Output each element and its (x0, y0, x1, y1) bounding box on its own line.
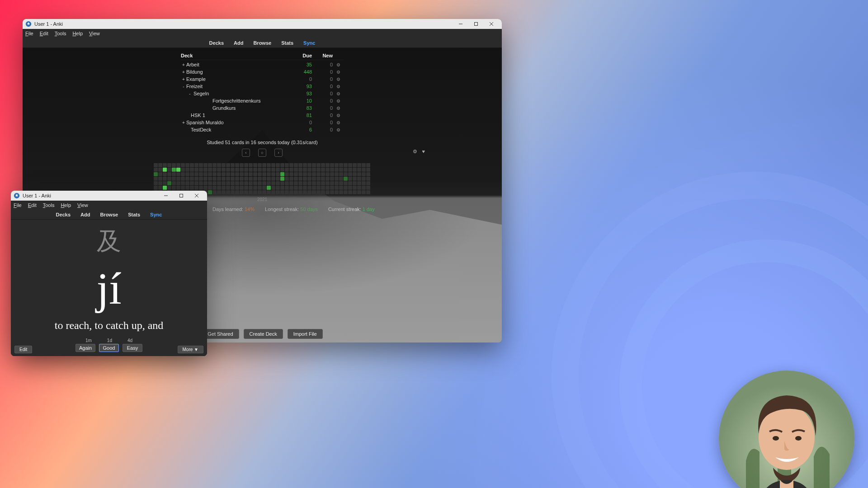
heatmap-cell[interactable] (326, 181, 330, 185)
heatmap-cell[interactable] (172, 186, 176, 190)
toolbar-browse-button[interactable]: Browse (253, 40, 271, 46)
heatmap-cell[interactable] (303, 186, 307, 190)
heatmap-today-button[interactable]: ○ (258, 149, 266, 157)
heatmap-cell[interactable] (194, 168, 198, 172)
heatmap-cell[interactable] (312, 181, 316, 185)
deck-row[interactable]: TestDeck60⚙ (181, 126, 344, 133)
deck-gear-icon[interactable]: ⚙ (333, 106, 344, 111)
heatmap-cell[interactable] (321, 177, 325, 181)
heatmap-cell[interactable] (167, 186, 171, 190)
heatmap-cell[interactable] (222, 190, 226, 194)
heatmap-cell[interactable] (339, 181, 343, 185)
heatmap-cell[interactable] (240, 177, 244, 181)
heatmap-cell[interactable] (181, 163, 185, 167)
expand-toggle-icon[interactable]: + (181, 77, 186, 82)
heatmap-cell[interactable] (222, 186, 226, 190)
heatmap-cell[interactable] (267, 186, 271, 190)
heatmap-cell[interactable] (167, 168, 171, 172)
heatmap-cell[interactable] (176, 186, 180, 190)
heatmap-cell[interactable] (344, 190, 348, 194)
heatmap-cell[interactable] (294, 186, 298, 190)
deck-row[interactable]: +Arbeit350⚙ (181, 61, 344, 68)
heatmap-cell[interactable] (276, 163, 280, 167)
heatmap-cell[interactable] (258, 163, 262, 167)
heatmap-cell[interactable] (194, 181, 198, 185)
heatmap-cell[interactable] (357, 190, 361, 194)
heatmap-cell[interactable] (312, 190, 316, 194)
heatmap-cell[interactable] (253, 168, 257, 172)
heatmap-cell[interactable] (312, 163, 316, 167)
heatmap-cell[interactable] (185, 168, 189, 172)
heatmap-cell[interactable] (235, 181, 239, 185)
heatmap-cell[interactable] (353, 163, 357, 167)
heatmap-cell[interactable] (249, 168, 253, 172)
heatmap-cell[interactable] (226, 168, 230, 172)
heatmap-cell[interactable] (357, 163, 361, 167)
heatmap-cell[interactable] (190, 186, 194, 190)
menu-tools[interactable]: Tools (55, 31, 66, 36)
heatmap-cell[interactable] (303, 172, 307, 176)
deck-name[interactable]: Grundkurs (199, 105, 291, 111)
heatmap-cell[interactable] (262, 172, 266, 176)
menu-view[interactable]: View (89, 31, 100, 36)
heatmap-cell[interactable] (316, 168, 321, 172)
heatmap-cell[interactable] (321, 163, 325, 167)
heatmap-cell[interactable] (244, 181, 248, 185)
get-shared-button[interactable]: Get Shared (202, 329, 239, 339)
heatmap-cell[interactable] (271, 163, 275, 167)
heatmap-cell[interactable] (366, 186, 370, 190)
heatmap-next-button[interactable]: › (274, 149, 283, 157)
heatmap-cell[interactable] (226, 181, 230, 185)
heatmap-cell[interactable] (276, 168, 280, 172)
heatmap-cell[interactable] (276, 181, 280, 185)
deck-gear-icon[interactable]: ⚙ (333, 84, 344, 89)
menu-tools[interactable]: Tools (43, 202, 55, 208)
good-button[interactable]: Good (99, 344, 119, 352)
heatmap-cell[interactable] (258, 177, 262, 181)
heatmap-cell[interactable] (276, 172, 280, 176)
heatmap-cell[interactable] (271, 177, 275, 181)
heatmap-cell[interactable] (294, 177, 298, 181)
heatmap-cell[interactable] (339, 177, 343, 181)
heatmap-cell[interactable] (357, 177, 361, 181)
heatmap-cell[interactable] (326, 177, 330, 181)
heatmap-cell[interactable] (222, 163, 226, 167)
heatmap-cell[interactable] (294, 172, 298, 176)
heatmap-heart-icon[interactable]: ♥ (422, 149, 425, 155)
heatmap-cell[interactable] (280, 190, 284, 194)
deck-row[interactable]: +Example00⚙ (181, 75, 344, 83)
heatmap-cell[interactable] (289, 186, 293, 190)
heatmap-cell[interactable] (307, 181, 311, 185)
heatmap-cell[interactable] (267, 172, 271, 176)
heatmap-cell[interactable] (303, 163, 307, 167)
heatmap-cell[interactable] (339, 168, 343, 172)
deck-gear-icon[interactable]: ⚙ (333, 62, 344, 67)
heatmap-cell[interactable] (244, 172, 248, 176)
heatmap-cell[interactable] (335, 168, 339, 172)
heatmap-cell[interactable] (235, 163, 239, 167)
heatmap-cell[interactable] (289, 168, 293, 172)
heatmap-cell[interactable] (262, 168, 266, 172)
menu-file[interactable]: File (14, 202, 22, 208)
heatmap-cell[interactable] (154, 163, 158, 167)
heatmap-cell[interactable] (235, 172, 239, 176)
heatmap-cell[interactable] (303, 181, 307, 185)
heatmap-cell[interactable] (357, 181, 361, 185)
heatmap-cell[interactable] (326, 168, 330, 172)
heatmap-cell[interactable] (163, 181, 167, 185)
heatmap-cell[interactable] (240, 181, 244, 185)
heatmap-cell[interactable] (163, 186, 167, 190)
heatmap-cell[interactable] (235, 177, 239, 181)
heatmap-cell[interactable] (312, 186, 316, 190)
heatmap-cell[interactable] (285, 181, 289, 185)
heatmap-cell[interactable] (231, 186, 235, 190)
heatmap-cell[interactable] (158, 186, 162, 190)
heatmap-cell[interactable] (362, 172, 366, 176)
deck-name[interactable]: Segeln (193, 91, 291, 96)
heatmap-cell[interactable] (258, 168, 262, 172)
heatmap-cell[interactable] (285, 168, 289, 172)
minimize-button[interactable] (453, 19, 468, 29)
heatmap-cell[interactable] (366, 172, 370, 176)
heatmap-cell[interactable] (167, 163, 171, 167)
heatmap-cell[interactable] (271, 190, 275, 194)
